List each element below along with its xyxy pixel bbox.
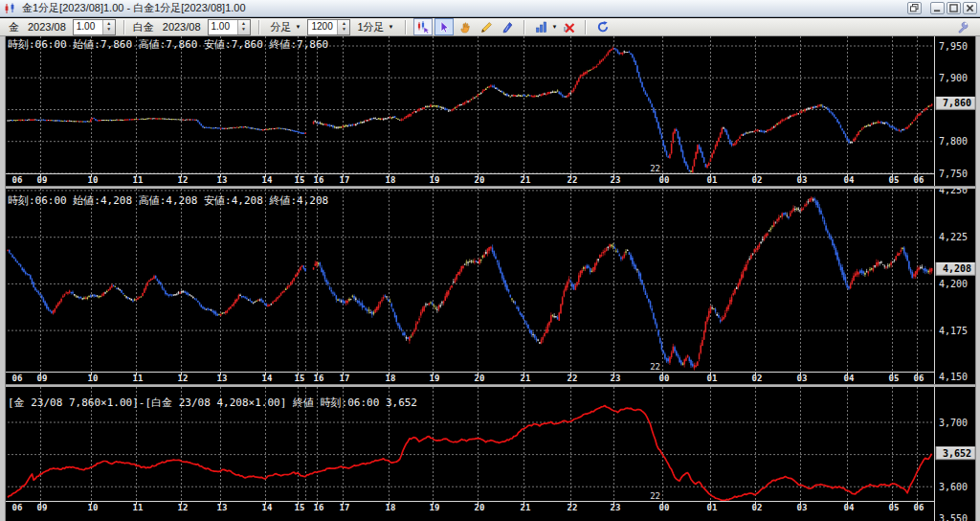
- svg-text:10: 10: [88, 175, 99, 185]
- svg-text:06: 06: [12, 503, 23, 512]
- float-icon: [910, 4, 919, 12]
- svg-text:4,200: 4,200: [939, 279, 968, 289]
- toolbar-separator: [523, 20, 525, 34]
- svg-text:02: 02: [752, 374, 763, 383]
- pen-tool-button[interactable]: [498, 18, 517, 35]
- indicator-delete-button[interactable]: [559, 18, 578, 35]
- svg-text:3,700: 3,700: [939, 418, 968, 428]
- gold-platinum-spread-info: [金 23/08 7,860×1.00]-[白金 23/08 4,208×1.0…: [8, 396, 417, 409]
- window-title: 金1分足[2023/08]1.00 - 白金1分足[2023/08]1.00: [22, 1, 246, 15]
- svg-text:14: 14: [262, 175, 273, 185]
- svg-text:03: 03: [797, 175, 808, 185]
- charts-background: [0, 36, 980, 521]
- svg-text:04: 04: [844, 503, 855, 512]
- svg-text:15: 15: [295, 175, 305, 185]
- svg-text:16: 16: [314, 374, 324, 383]
- svg-text:12: 12: [178, 175, 189, 185]
- bars-count-spinner[interactable]: 1200 ▲ ▼: [307, 19, 350, 35]
- toolbar-separator: [405, 20, 407, 34]
- svg-text:20: 20: [475, 175, 485, 185]
- svg-text:11: 11: [133, 374, 144, 383]
- svg-text:06: 06: [12, 175, 23, 185]
- cursor-icon: [437, 20, 451, 34]
- pencil-tool-button[interactable]: [477, 18, 496, 35]
- svg-text:7,750: 7,750: [939, 169, 968, 179]
- gold-1min-current-price: 7,860: [936, 97, 975, 109]
- delete-x-icon: [562, 20, 575, 34]
- maximize-button[interactable]: [947, 2, 961, 14]
- svg-text:22: 22: [568, 175, 578, 185]
- svg-text:06: 06: [914, 374, 924, 383]
- svg-text:4,208: 4,208: [943, 263, 971, 274]
- settings-wrench-button[interactable]: [953, 18, 972, 35]
- svg-text:01: 01: [707, 175, 718, 185]
- toolbar-separator: [258, 20, 260, 34]
- cursor-tool-button[interactable]: [434, 18, 454, 35]
- gold-platinum-spread-current-price: 3,652: [936, 447, 975, 460]
- svg-text:3,600: 3,600: [939, 482, 968, 492]
- spin-down-icon[interactable]: ▼: [238, 26, 250, 33]
- bars-count-buttons[interactable]: ▲ ▼: [337, 20, 349, 34]
- svg-text:22: 22: [568, 503, 578, 512]
- spin-down-icon[interactable]: ▼: [103, 26, 115, 33]
- minimize-button[interactable]: [930, 2, 945, 14]
- gold-1min-info: 時刻:06:00 始値:7,860 高値:7,860 安値:7,860 終値:7…: [8, 38, 328, 51]
- svg-text:21: 21: [521, 374, 531, 383]
- svg-text:09: 09: [37, 374, 48, 383]
- period-type-value: 分足: [271, 20, 292, 34]
- svg-text:18: 18: [386, 175, 396, 185]
- spin-down-icon[interactable]: ▼: [338, 26, 349, 33]
- close-icon: [966, 4, 974, 12]
- svg-text:21: 21: [521, 503, 531, 512]
- charts-area[interactable]: 0609101112131415161718192021222300010203…: [0, 36, 980, 521]
- close-button[interactable]: [963, 2, 977, 14]
- refresh-button[interactable]: [593, 18, 612, 35]
- hand-tool-button[interactable]: [456, 18, 475, 35]
- date-change-label: 22: [650, 164, 660, 173]
- svg-text:4,225: 4,225: [939, 232, 968, 242]
- svg-text:18: 18: [386, 374, 396, 383]
- svg-text:23: 23: [611, 503, 621, 512]
- titlebar[interactable]: 金1分足[2023/08]1.00 - 白金1分足[2023/08]1.00: [0, 0, 980, 17]
- wrench-icon: [956, 20, 969, 34]
- candlestick-cursor-tool-button[interactable]: [413, 18, 433, 35]
- svg-text:20: 20: [475, 503, 485, 512]
- svg-text:00: 00: [659, 503, 670, 512]
- platinum-month-select[interactable]: 2023/08: [163, 21, 201, 33]
- platinum-multiplier-value[interactable]: 1.00: [209, 20, 237, 34]
- svg-text:4,175: 4,175: [939, 326, 968, 336]
- toolbar-separator: [585, 20, 587, 34]
- gold-multiplier-value[interactable]: 1.00: [74, 20, 102, 34]
- chevron-down-icon[interactable]: ▼: [552, 24, 558, 30]
- svg-text:7,950: 7,950: [939, 41, 968, 52]
- platinum-label: 白金: [133, 20, 154, 34]
- platinum-1min-info: 時刻:06:00 始値:4,208 高値:4,208 安値:4,208 終値:4…: [8, 194, 328, 207]
- svg-text:23: 23: [611, 374, 621, 383]
- bars-count-value[interactable]: 1200: [308, 20, 337, 34]
- interval-dropdown[interactable]: 1分足 ▼: [357, 20, 393, 34]
- svg-text:11: 11: [133, 503, 144, 512]
- gold-multiplier-buttons[interactable]: ▲ ▼: [102, 20, 115, 34]
- svg-text:13: 13: [217, 175, 228, 185]
- svg-text:03: 03: [797, 503, 808, 512]
- gold-multiplier-spinner[interactable]: 1.00 ▲ ▼: [73, 19, 116, 35]
- refresh-icon: [596, 20, 610, 34]
- window-right-border: [975, 36, 980, 521]
- platinum-1min-current-price: 4,208: [936, 262, 975, 275]
- svg-text:02: 02: [752, 503, 763, 512]
- panel-separator: [0, 384, 980, 387]
- platinum-multiplier-buttons[interactable]: ▲ ▼: [237, 20, 250, 34]
- svg-text:17: 17: [340, 175, 350, 185]
- charts-svg[interactable]: 0609101112131415161718192021222300010203…: [0, 36, 980, 521]
- platinum-multiplier-spinner[interactable]: 1.00 ▲ ▼: [208, 19, 251, 35]
- maximize-icon: [949, 4, 958, 12]
- period-type-dropdown[interactable]: 分足 ▼: [271, 20, 301, 34]
- panel-separator: [0, 186, 980, 189]
- svg-text:13: 13: [217, 374, 228, 383]
- svg-text:16: 16: [314, 503, 324, 512]
- svg-text:19: 19: [430, 175, 440, 185]
- gold-month-select[interactable]: 2023/08: [28, 21, 66, 33]
- float-window-button[interactable]: [907, 2, 922, 14]
- svg-text:23: 23: [611, 175, 621, 185]
- indicator-chart-button[interactable]: [532, 18, 551, 35]
